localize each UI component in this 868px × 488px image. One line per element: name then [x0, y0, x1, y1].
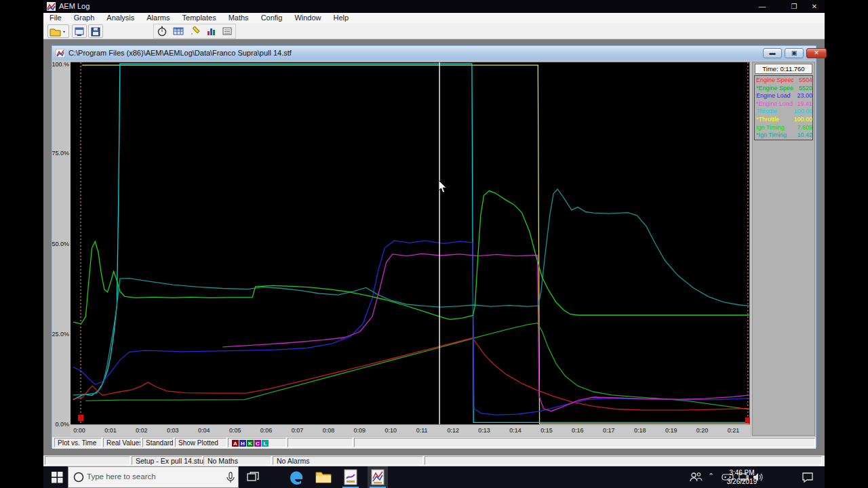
- menu-bar: FileGraphAnalysisAlarmsTemplatesMathsCon…: [43, 13, 825, 23]
- annotate-button[interactable]: [188, 24, 203, 38]
- menu-templates[interactable]: Templates: [176, 13, 222, 22]
- aem-setup-taskbar-icon[interactable]: [340, 466, 361, 488]
- document-icon: [56, 49, 65, 58]
- channel-tile-a[interactable]: A: [232, 440, 239, 447]
- save-icon: [90, 26, 101, 37]
- range-end-flag[interactable]: [745, 418, 750, 424]
- channel-label: *Throttle: [756, 116, 793, 124]
- x-tick-label: 0:08: [319, 427, 337, 434]
- channel-row-ign-timing[interactable]: Ign Timing7.609: [755, 124, 812, 132]
- channel-value: 7.609: [792, 124, 812, 132]
- scale-mode-panel[interactable]: Standard: [142, 438, 174, 447]
- values-panel: Time: 0:11.760 Engine Speed5504*Engine S…: [752, 62, 815, 436]
- channel-label: Throttle: [756, 108, 793, 116]
- channel-row--throttle[interactable]: *Throttle100.00: [755, 116, 812, 124]
- x-tick-label: 0:17: [600, 427, 618, 434]
- range-start-flag[interactable]: [78, 415, 83, 421]
- menu-window[interactable]: Window: [288, 13, 327, 22]
- menu-help[interactable]: Help: [328, 13, 355, 22]
- bar-chart-button[interactable]: [204, 24, 219, 38]
- doc-minimize-button[interactable]: ▬: [763, 48, 782, 58]
- plot-mode-panel[interactable]: Plot vs. Time: [54, 438, 102, 447]
- edge-taskbar-icon[interactable]: [286, 466, 307, 488]
- x-tick-label: 0:01: [102, 427, 119, 434]
- tray-expand-chevron[interactable]: ⌃: [708, 472, 714, 481]
- channel-label: *Engine Speed: [756, 85, 793, 93]
- start-button[interactable]: [49, 469, 66, 485]
- document-path: C:\Program Files (x86)\AEM\AEMLog\Data\F…: [68, 49, 292, 57]
- log-plot[interactable]: [71, 62, 750, 424]
- menu-graph[interactable]: Graph: [68, 13, 101, 22]
- trace-engine-load: [73, 241, 749, 415]
- channel-label: Engine Load: [756, 92, 793, 100]
- x-tick-label: 0:12: [444, 427, 462, 434]
- y-tick-label: 100.%: [52, 61, 70, 68]
- menu-alarms[interactable]: Alarms: [140, 13, 176, 22]
- aem-setup-icon: [343, 469, 358, 485]
- properties-button[interactable]: [220, 24, 235, 38]
- file-explorer-taskbar-icon[interactable]: [313, 466, 334, 488]
- clock-date: 3/26/2019: [717, 477, 766, 486]
- menu-analysis[interactable]: Analysis: [100, 13, 140, 22]
- channel-row--engine-load[interactable]: *Engine Load19.41: [755, 100, 812, 108]
- channel-legend: Engine Speed5504*Engine Speed5520Engine …: [754, 75, 813, 140]
- x-tick-label: 0:04: [195, 427, 213, 434]
- stopwatch-icon: [157, 26, 167, 37]
- file-explorer-icon: [315, 470, 332, 485]
- channel-row-engine-load[interactable]: Engine Load23.00: [755, 92, 812, 100]
- stopwatch-button[interactable]: [155, 24, 170, 38]
- values-mode-panel[interactable]: Real Values: [103, 438, 141, 447]
- toolbar: [43, 23, 825, 39]
- x-tick-label: 0:05: [226, 427, 244, 434]
- channel-row--ign-timing[interactable]: *Ign Timing10.42: [755, 131, 812, 140]
- channel-value: 100.00: [792, 116, 812, 124]
- channel-tile-h[interactable]: H: [239, 440, 246, 447]
- taskbar-clock[interactable]: 3:46 PM 3/26/2019: [717, 468, 766, 486]
- channel-tile-c[interactable]: C: [254, 440, 261, 447]
- x-tick-label: 0:10: [382, 427, 399, 434]
- doc-close-button[interactable]: ✕: [806, 48, 827, 58]
- action-center-icon[interactable]: [802, 472, 814, 483]
- task-view-button[interactable]: [243, 466, 263, 488]
- app-minimize-button[interactable]: —: [751, 0, 774, 13]
- pencil-icon: [189, 26, 200, 37]
- open-file-button[interactable]: [47, 24, 69, 38]
- table-icon: [173, 26, 184, 37]
- menu-config[interactable]: Config: [255, 13, 289, 22]
- aem-log-icon: [370, 469, 385, 485]
- channel-row-throttle[interactable]: Throttle100.00: [755, 108, 812, 116]
- taskbar-search[interactable]: Type here to search: [68, 466, 239, 488]
- table-view-button[interactable]: [172, 24, 186, 38]
- mouse-cursor: [438, 180, 448, 194]
- channel-tiles-panel: AHKCL: [228, 438, 286, 447]
- app-close-button[interactable]: ✕: [803, 0, 826, 13]
- trace-ign-timing: [73, 191, 749, 324]
- y-tick-label: 0.0%: [52, 421, 70, 428]
- y-tick-label: 75.0%: [52, 150, 70, 157]
- cursor-time-box: Time: 0:11.760: [755, 64, 812, 74]
- channel-tile-k[interactable]: K: [247, 440, 254, 447]
- menu-maths[interactable]: Maths: [222, 13, 255, 22]
- app-restore-button[interactable]: ❐: [783, 0, 806, 13]
- save-button[interactable]: [88, 24, 103, 38]
- channel-row-engine-speed[interactable]: Engine Speed5504: [755, 77, 812, 85]
- show-plotted-panel[interactable]: Show Plotted: [175, 438, 226, 447]
- x-tick-label: 0:13: [475, 427, 493, 434]
- people-icon[interactable]: [689, 472, 703, 483]
- document-title-bar[interactable]: C:\Program Files (x86)\AEM\AEMLog\Data\F…: [52, 46, 816, 60]
- statusbar-maths: No Maths: [203, 456, 271, 465]
- aem-log-taskbar-icon[interactable]: [368, 466, 388, 488]
- channel-tile-l[interactable]: L: [262, 440, 269, 447]
- channel-row--engine-speed[interactable]: *Engine Speed5520: [755, 85, 812, 93]
- view-data-button[interactable]: [72, 24, 87, 38]
- doc-restore-button[interactable]: ▣: [785, 48, 804, 58]
- list-icon: [222, 26, 233, 37]
- log-document-window: C:\Program Files (x86)\AEM\AEMLog\Data\F…: [51, 45, 817, 449]
- mdi-workspace: C:\Program Files (x86)\AEM\AEMLog\Data\F…: [43, 39, 825, 455]
- status-empty-panel-2: [354, 438, 815, 447]
- microphone-icon[interactable]: [226, 472, 235, 484]
- menu-file[interactable]: File: [43, 13, 68, 22]
- statusbar-setup: Setup - Ex pull 14.stu: [132, 456, 202, 465]
- edge-icon: [288, 469, 304, 485]
- bar-chart-icon: [205, 26, 216, 37]
